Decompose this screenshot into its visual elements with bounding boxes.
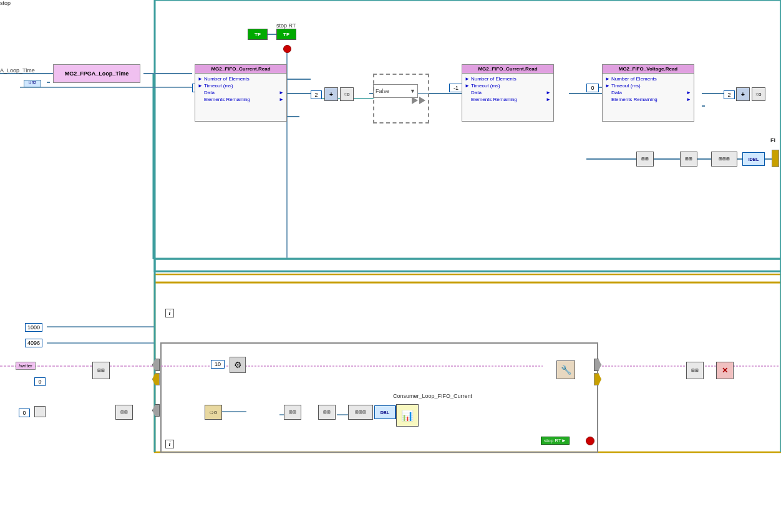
fifo-2-port-timeout: ►Timeout (ms) <box>465 83 551 89</box>
num-box-0-3[interactable]: 0 <box>34 377 46 386</box>
delete-node[interactable]: ✕ <box>716 362 734 379</box>
fifo-1-port-data: Data► <box>198 90 284 95</box>
case-structure[interactable] <box>373 74 429 123</box>
labview-canvas: stop TF stop RT TF A_Loop_Time U32 MG2_F… <box>0 0 781 532</box>
small-box-left[interactable] <box>34 406 46 417</box>
array-node-3[interactable]: ⊞⊞⊞ <box>711 152 737 167</box>
tunnel-right-top <box>594 359 601 371</box>
tunnel-left-mid <box>152 373 160 385</box>
svg-rect-1 <box>155 259 781 271</box>
fn-node-add-2[interactable]: + <box>736 87 750 101</box>
num-box-4096[interactable]: 4096 <box>25 339 42 347</box>
array-node-inner-4[interactable]: ⊞⊞⊞ <box>348 405 373 420</box>
array-node-2[interactable]: ⊞⊞ <box>680 152 697 167</box>
array-node-left-1[interactable]: ⊞⊞ <box>92 362 110 379</box>
fifo-1-port-elements: ►Number of Elements <box>198 76 284 82</box>
stop-rt-tf-block[interactable]: TF <box>276 29 296 40</box>
gear-icon[interactable]: ⚙ <box>230 357 246 373</box>
svg-rect-21 <box>161 343 598 452</box>
stop-rt-button[interactable]: stop RT► <box>541 437 570 445</box>
fi-label: FI <box>770 137 775 143</box>
array-node-right-1[interactable]: ⊞⊞ <box>686 362 704 379</box>
consumer-loop-label: Consumer_Loop_FIFO_Current <box>393 393 472 399</box>
dbl-box-3: DBL <box>374 405 395 419</box>
fifo-2-port-data: Data► <box>465 90 551 95</box>
dbl-box-1: IDBL <box>742 152 765 166</box>
stop-rt-label: stop RT <box>276 22 296 29</box>
num-box-neg1[interactable]: -1 <box>449 84 463 92</box>
num-box-0-4[interactable]: 0 <box>19 409 30 417</box>
stop-tf-block[interactable]: TF <box>248 29 268 40</box>
tunnel-left-bot <box>152 404 160 417</box>
stop-indicator-circle <box>283 45 291 53</box>
array-node-inner-1[interactable]: ⊞⊞ <box>115 405 133 420</box>
a-loop-time-label: A_Loop_Time <box>0 67 35 74</box>
fifo-voltage-read[interactable]: MG2_FIFO_Voltage.Read ►Number of Element… <box>602 64 694 122</box>
fifo-v-port-timeout: ►Timeout (ms) <box>605 83 691 89</box>
num-box-10[interactable]: 10 <box>211 360 225 369</box>
array-node-1[interactable]: ⊞⊞ <box>636 152 654 167</box>
fifo-2-title: MG2_FIFO_Current.Read <box>462 65 553 74</box>
fifo-1-title: MG2_FIFO_Current.Read <box>195 65 286 74</box>
array-node-inner-2[interactable]: ⊞⊞ <box>284 405 301 420</box>
num-box-0-2[interactable]: 0 <box>586 84 599 92</box>
fn-node-add-1[interactable]: + <box>324 87 338 101</box>
mg2-fpga-loop-block[interactable]: MG2_FPGA_Loop_Time <box>53 64 140 83</box>
fifo-2-port-remaining: Elements Remaining► <box>465 97 551 102</box>
fifo-1-port-timeout: ►Timeout (ms) <box>198 83 284 89</box>
fifo-v-port-remaining: Elements Remaining► <box>605 97 691 102</box>
right-tunnel-1 <box>772 150 779 167</box>
writer-label: /writer <box>16 362 36 370</box>
fifo-current-read-2[interactable]: MG2_FIFO_Current.Read ►Number of Element… <box>462 64 554 122</box>
tunnel-right-mid <box>594 373 601 385</box>
num-box-2-2[interactable]: 2 <box>724 90 735 99</box>
fn-node-ramp-2[interactable]: ≈0 <box>752 87 765 101</box>
shift-node[interactable]: ⇨0 <box>205 405 222 420</box>
fifo-current-read-1[interactable]: MG2_FIFO_Current.Read ►Number of Element… <box>195 64 287 122</box>
tool-icon[interactable]: 🔧 <box>556 360 575 379</box>
fifo-1-port-remaining: Elements Remaining► <box>198 97 284 102</box>
tunnel-left-top <box>152 359 160 371</box>
num-box-2-1[interactable]: 2 <box>311 90 322 99</box>
fifo-2-port-elements: ►Number of Elements <box>465 76 551 82</box>
array-node-inner-3[interactable]: ⊞⊞ <box>318 405 336 420</box>
i-marker-1: i <box>165 309 174 317</box>
i-marker-2: i <box>165 440 174 448</box>
num-box-1000[interactable]: 1000 <box>25 323 42 332</box>
fifo-v-port-data: Data► <box>605 90 691 95</box>
u32-box: U32 <box>24 80 41 87</box>
fifo-v-port-elements: ►Number of Elements <box>605 76 691 82</box>
waveform-chart-icon[interactable]: 📊 <box>396 404 419 427</box>
stop-label: stop <box>0 0 11 6</box>
fifo-voltage-title: MG2_FIFO_Voltage.Read <box>603 65 694 74</box>
stop-circle-2 <box>586 437 594 445</box>
fn-node-ramp-1[interactable]: ≈0 <box>340 87 354 101</box>
